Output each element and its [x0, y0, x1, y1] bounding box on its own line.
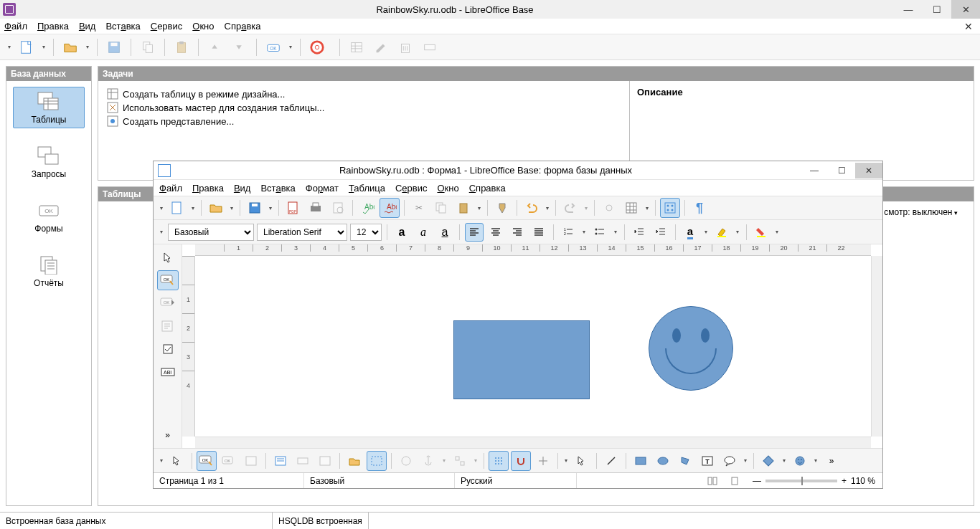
table-button[interactable] [346, 37, 367, 58]
open-doc-button[interactable] [206, 198, 226, 218]
rectangle-tool[interactable] [631, 451, 651, 471]
guides-tool[interactable] [533, 451, 553, 471]
highlight-button[interactable] [712, 223, 731, 242]
dropdown-icon[interactable] [440, 450, 448, 472]
callout-tool[interactable] [720, 451, 740, 471]
dropdown-icon[interactable] [742, 450, 749, 472]
format-paintbrush-button[interactable] [492, 198, 512, 218]
numbered-list-button[interactable]: 12 [559, 223, 578, 242]
form-menu-file[interactable]: Файл [159, 183, 182, 194]
more-controls-button[interactable]: » [157, 425, 179, 445]
form-canvas[interactable] [195, 256, 871, 437]
anchor-tool[interactable] [418, 451, 438, 471]
menu-insert[interactable]: Вставка [105, 21, 140, 32]
form-menu-table[interactable]: Таблица [349, 183, 385, 194]
form-button[interactable]: OK [263, 37, 284, 58]
grid-visible-tool[interactable] [489, 451, 509, 471]
cut-button[interactable]: ✂ [409, 198, 429, 218]
form-menu-window[interactable]: Окно [437, 183, 458, 194]
menu-view[interactable]: Вид [79, 21, 96, 32]
zoom-slider[interactable] [765, 480, 837, 482]
align-left-button[interactable] [465, 223, 484, 242]
horizontal-scrollbar[interactable] [195, 437, 871, 448]
task-create-design[interactable]: Создать таблицу в режиме дизайна... [107, 88, 621, 100]
dropdown-icon[interactable] [580, 221, 588, 243]
textbox-tool[interactable]: T [697, 451, 717, 471]
form-minimize-button[interactable]: — [801, 163, 828, 178]
new-dropdown-icon[interactable] [40, 37, 47, 58]
menu-help[interactable]: Справка [225, 21, 261, 32]
ellipse-tool[interactable] [653, 451, 673, 471]
sort-desc-button[interactable] [229, 37, 250, 58]
form-menu-insert[interactable]: Вставка [260, 183, 295, 194]
help-button[interactable] [306, 37, 328, 58]
dropdown-icon[interactable] [228, 197, 235, 219]
status-doc-icon[interactable] [724, 473, 745, 488]
symbol-shapes-tool[interactable] [790, 451, 810, 471]
bullet-list-button[interactable] [590, 223, 609, 242]
form-maximize-button[interactable]: ☐ [828, 163, 855, 178]
form-menu-tools[interactable]: Сервис [395, 183, 428, 194]
underline-button[interactable]: a [435, 223, 454, 242]
preview-toggle[interactable]: смотр: выключен [884, 207, 958, 217]
align-center-button[interactable] [486, 223, 505, 242]
open-button[interactable] [60, 37, 81, 58]
db-item-reports[interactable]: Отчёты [13, 250, 85, 292]
more-shapes-button[interactable]: » [821, 451, 842, 471]
align-tool[interactable] [450, 451, 470, 471]
minimize-button[interactable]: — [894, 0, 923, 19]
hyperlink-button[interactable] [599, 198, 619, 218]
task-create-view[interactable]: Создать представление... [107, 115, 621, 127]
form-menu-view[interactable]: Вид [234, 183, 251, 194]
form-menu-edit[interactable]: Правка [192, 183, 224, 194]
db-item-queries[interactable]: Запросы [13, 141, 85, 183]
redo-button[interactable] [560, 198, 580, 218]
paste-button[interactable] [453, 198, 473, 218]
dropdown-icon[interactable] [644, 197, 651, 219]
polygon-tool[interactable] [675, 451, 695, 471]
dropdown-icon[interactable] [472, 450, 479, 472]
status-book-icon[interactable] [701, 473, 724, 488]
bold-button[interactable]: a [392, 223, 411, 242]
design-mode-button[interactable] [660, 198, 680, 218]
dropdown-icon[interactable] [476, 197, 483, 219]
edit-button[interactable] [370, 37, 392, 58]
textbox-control-button[interactable]: ABI [157, 362, 179, 382]
copy-button[interactable] [137, 37, 159, 58]
form-menu-help[interactable]: Справка [469, 183, 506, 194]
dropdown-icon[interactable] [583, 197, 590, 219]
zoom-in-button[interactable]: + [842, 476, 847, 486]
paragraph-style-select[interactable]: Базовый [168, 224, 254, 241]
select-tool-button[interactable] [157, 247, 179, 267]
maximize-button[interactable]: ☐ [923, 0, 951, 19]
print-button[interactable] [306, 198, 326, 218]
decrease-indent-button[interactable] [630, 223, 649, 242]
export-pdf-button[interactable]: PDF [283, 198, 303, 218]
copy-button[interactable] [431, 198, 451, 218]
basic-shapes-tool[interactable] [758, 451, 778, 471]
auto-spellcheck-button[interactable]: Abc [380, 198, 400, 218]
paste-button[interactable] [171, 37, 192, 58]
menu-tools[interactable]: Сервис [151, 21, 183, 32]
new-button[interactable] [16, 37, 37, 58]
db-item-tables[interactable]: Таблицы [13, 87, 85, 128]
form-navigator-tool[interactable] [270, 451, 291, 471]
zoom-out-button[interactable]: — [753, 476, 761, 486]
select-draw-tool[interactable] [572, 451, 592, 471]
position-tool[interactable] [396, 451, 416, 471]
vertical-scrollbar[interactable] [871, 256, 882, 437]
table-insert-button[interactable] [621, 198, 641, 218]
delete-button[interactable] [395, 37, 416, 58]
close-button[interactable]: ✕ [951, 0, 980, 19]
increase-indent-button[interactable] [651, 223, 670, 242]
form-properties-button[interactable] [157, 316, 179, 336]
background-color-button[interactable] [752, 223, 771, 242]
menu-edit[interactable]: Правка [37, 21, 69, 32]
design-mode-tool[interactable]: OK [197, 451, 217, 471]
dropdown-icon[interactable] [734, 221, 741, 243]
db-item-forms[interactable]: OK Формы [13, 196, 85, 237]
dropdown-icon[interactable] [267, 197, 274, 219]
print-preview-button[interactable] [328, 198, 348, 218]
menu-close-icon[interactable]: ✕ [964, 21, 973, 32]
tab-order-tool[interactable] [315, 451, 335, 471]
